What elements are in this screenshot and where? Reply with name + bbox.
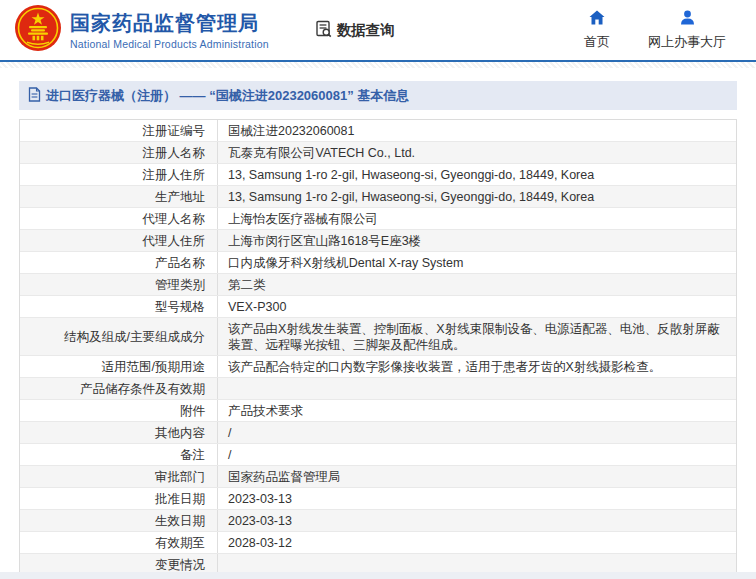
row-value: 国家药品监督管理局 (218, 466, 736, 487)
row-label-text: 管理类别 (155, 277, 205, 293)
row-value: 上海市闵行区宜山路1618号E座3楼 (218, 230, 736, 251)
org-name-zh: 国家药品监督管理局 (70, 11, 269, 35)
row-label: 批准日期 (20, 488, 218, 509)
table-row: 其他内容/ (20, 422, 736, 444)
row-value: 产品技术要求 (218, 400, 736, 421)
table-row: 结构及组成/主要组成成分该产品由X射线发生装置、控制面板、X射线束限制设备、电源… (20, 318, 736, 356)
data-query-label: 数据查询 (337, 21, 395, 40)
row-label: 产品储存条件及有效期 (20, 378, 218, 399)
row-label-text: 型号规格 (155, 299, 205, 315)
row-value (218, 378, 736, 399)
row-label-text: 其他内容 (155, 425, 205, 441)
row-label-text: 产品名称 (155, 255, 205, 271)
home-icon (589, 10, 605, 29)
row-value: / (218, 444, 736, 465)
table-row: 注册证编号国械注进20232060081 (20, 120, 736, 142)
row-label: 注册人名称 (20, 142, 218, 163)
row-label-text: 审批部门 (155, 469, 205, 485)
row-value: 该产品配合特定的口内数字影像接收装置，适用于患者牙齿的X射线摄影检查。 (218, 356, 736, 377)
row-label: 生产地址 (20, 186, 218, 207)
table-row: 适用范围/预期用途该产品配合特定的口内数字影像接收装置，适用于患者牙齿的X射线摄… (20, 356, 736, 378)
row-label: 产品名称 (20, 252, 218, 273)
nav-service-hall-label: 网上办事大厅 (648, 33, 726, 51)
table-row: 注册人名称瓦泰克有限公司VATECH Co., Ltd. (20, 142, 736, 164)
row-value: 口内成像牙科X射线机Dental X-ray System (218, 252, 736, 273)
row-value: 国械注进20232060081 (218, 120, 736, 141)
table-row: 审批部门国家药品监督管理局 (20, 466, 736, 488)
row-value: 上海怡友医疗器械有限公司 (218, 208, 736, 229)
row-value: 第二类 (218, 274, 736, 295)
row-label-text: 注册人名称 (143, 145, 206, 161)
table-row: 产品名称口内成像牙科X射线机Dental X-ray System (20, 252, 736, 274)
row-value: 13, Samsung 1-ro 2-gil, Hwaseong-si, Gye… (218, 164, 736, 185)
header-hatch-strip (0, 62, 756, 68)
page-document-icon (28, 87, 46, 105)
row-label-text: 批准日期 (155, 491, 205, 507)
top-nav: 首页 网上办事大厅 (584, 10, 726, 51)
row-label: 审批部门 (20, 466, 218, 487)
row-value: / (218, 422, 736, 443)
table-row: 生效日期2023-03-13 (20, 510, 736, 532)
table-row: 产品储存条件及有效期 (20, 378, 736, 400)
row-label: 代理人名称 (20, 208, 218, 229)
row-label-text: 生效日期 (155, 513, 205, 529)
row-label-text: 有效期至 (155, 535, 205, 551)
row-label: 注册证编号 (20, 120, 218, 141)
row-label: 结构及组成/主要组成成分 (20, 318, 218, 355)
row-label-text: 结构及组成/主要组成成分 (64, 329, 205, 345)
table-row: 型号规格VEX-P300 (20, 296, 736, 318)
row-value: 2023-03-13 (218, 510, 736, 531)
row-value: 13, Samsung 1-ro 2-gil, Hwaseong-si, Gye… (218, 186, 736, 207)
row-label: 代理人住所 (20, 230, 218, 251)
row-label-text: 产品储存条件及有效期 (80, 381, 205, 397)
nav-home[interactable]: 首页 (584, 10, 610, 51)
person-icon (680, 10, 695, 29)
footer-strip (0, 572, 756, 579)
row-label: 管理类别 (20, 274, 218, 295)
table-row: 代理人名称上海怡友医疗器械有限公司 (20, 208, 736, 230)
org-titles: 国家药品监督管理局 National Medical Products Admi… (70, 11, 269, 50)
document-search-icon (315, 20, 337, 41)
row-label-text: 代理人名称 (143, 211, 206, 227)
nmpa-logo[interactable]: 国家药品监督管理局 National Medical Products Admi… (15, 5, 269, 55)
table-row: 备注/ (20, 444, 736, 466)
header: 国家药品监督管理局 National Medical Products Admi… (0, 0, 756, 62)
table-row: 管理类别第二类 (20, 274, 736, 296)
nav-service-hall[interactable]: 网上办事大厅 (648, 10, 726, 51)
row-label-text: 生产地址 (155, 189, 205, 205)
row-label: 型号规格 (20, 296, 218, 317)
national-emblem-icon (15, 5, 61, 55)
nav-home-label: 首页 (584, 33, 610, 51)
row-value: 2028-03-12 (218, 532, 736, 553)
row-label-text: 注册证编号 (143, 123, 206, 139)
detail-table: 注册证编号国械注进20232060081注册人名称瓦泰克有限公司VATECH C… (19, 119, 737, 579)
row-value: VEX-P300 (218, 296, 736, 317)
row-label-text: 备注 (180, 447, 205, 463)
row-value: 该产品由X射线发生装置、控制面板、X射线束限制设备、电源适配器、电池、反散射屏蔽… (218, 318, 736, 355)
table-row: 生产地址13, Samsung 1-ro 2-gil, Hwaseong-si,… (20, 186, 736, 208)
row-label-text: 代理人住所 (143, 233, 206, 249)
content: 进口医疗器械（注册） —— “国械注进20232060081” 基本信息 注册证… (0, 81, 756, 579)
page-title: 进口医疗器械（注册） —— “国械注进20232060081” 基本信息 (46, 87, 409, 105)
row-label: 附件 (20, 400, 218, 421)
breadcrumb: 进口医疗器械（注册） —— “国械注进20232060081” 基本信息 (19, 81, 737, 110)
row-label: 备注 (20, 444, 218, 465)
table-row: 注册人住所13, Samsung 1-ro 2-gil, Hwaseong-si… (20, 164, 736, 186)
row-label: 注册人住所 (20, 164, 218, 185)
row-label-text: 适用范围/预期用途 (102, 359, 205, 375)
row-label-text: 变更情况 (155, 557, 205, 573)
row-label-text: 注册人住所 (143, 167, 206, 183)
table-row: 附件产品技术要求 (20, 400, 736, 422)
row-label: 其他内容 (20, 422, 218, 443)
table-row: 有效期至2028-03-12 (20, 532, 736, 554)
row-label: 有效期至 (20, 532, 218, 553)
table-row: 批准日期2023-03-13 (20, 488, 736, 510)
org-name-en: National Medical Products Administration (70, 38, 269, 50)
row-value: 2023-03-13 (218, 488, 736, 509)
row-label: 适用范围/预期用途 (20, 356, 218, 377)
page: 国家药品监督管理局 National Medical Products Admi… (0, 0, 756, 579)
row-label: 生效日期 (20, 510, 218, 531)
table-row: 代理人住所上海市闵行区宜山路1618号E座3楼 (20, 230, 736, 252)
data-query-tab[interactable]: 数据查询 (315, 20, 395, 41)
row-value: 瓦泰克有限公司VATECH Co., Ltd. (218, 142, 736, 163)
